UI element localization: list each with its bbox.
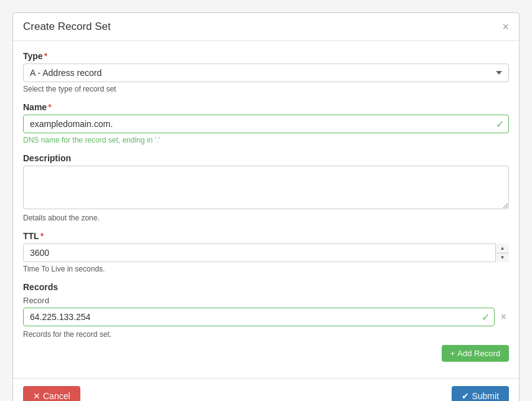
type-field: Type* A - Address record AAAA - IPv6 add… <box>23 51 509 93</box>
ttl-hint: Time To Live in seconds. <box>23 265 509 273</box>
ttl-decrement-button[interactable]: ▼ <box>496 253 509 263</box>
name-required-star: * <box>48 102 51 112</box>
cancel-label: Cancel <box>43 391 70 401</box>
close-button[interactable]: × <box>502 21 509 32</box>
ttl-input[interactable] <box>23 243 509 262</box>
description-hint: Details about the zone. <box>23 214 509 222</box>
name-valid-icon: ✓ <box>496 118 504 130</box>
description-field: Description Details about the zone. <box>23 153 509 222</box>
ttl-field: TTL* ▲ ▼ Time To Live in seconds. <box>23 231 509 273</box>
cancel-icon: ✕ <box>33 391 40 401</box>
records-hint: Records for the record set. <box>23 330 509 339</box>
ttl-spinners: ▲ ▼ <box>495 243 509 262</box>
submit-button[interactable]: ✔ Submit <box>452 386 509 401</box>
add-record-icon: + <box>450 349 455 358</box>
record-label: Record <box>23 296 509 305</box>
modal-body: Type* A - Address record AAAA - IPv6 add… <box>13 41 519 378</box>
name-label: Name* <box>23 102 509 112</box>
cancel-button[interactable]: ✕ Cancel <box>23 386 80 401</box>
record-valid-icon-0: ✓ <box>482 311 490 323</box>
add-record-label: Add Record <box>457 349 500 358</box>
submit-label: Submit <box>472 391 499 401</box>
record-remove-button-0[interactable]: × <box>498 311 509 323</box>
records-section: Records Record ✓ × Records for the recor… <box>23 282 509 362</box>
type-select[interactable]: A - Address record AAAA - IPv6 address r… <box>23 64 509 82</box>
description-textarea[interactable] <box>23 166 509 209</box>
records-section-title: Records <box>23 282 509 292</box>
type-required-star: * <box>44 51 47 61</box>
name-input[interactable] <box>23 115 509 133</box>
modal-title: Create Record Set <box>23 21 111 33</box>
name-field: Name* ✓ DNS name for the record set, end… <box>23 102 509 144</box>
modal-header: Create Record Set × <box>13 13 519 41</box>
name-input-wrapper: ✓ <box>23 115 509 133</box>
description-label: Description <box>23 153 509 163</box>
type-hint: Select the type of record set <box>23 85 509 93</box>
record-row-0: ✓ × <box>23 308 509 326</box>
submit-icon: ✔ <box>462 391 469 401</box>
record-input-wrapper-0: ✓ <box>23 308 495 326</box>
add-record-button[interactable]: + Add Record <box>442 345 509 362</box>
ttl-required-star: * <box>40 231 44 241</box>
type-label: Type* <box>23 51 509 61</box>
create-record-set-modal: Create Record Set × Type* A - Address re… <box>12 12 520 401</box>
ttl-increment-button[interactable]: ▲ <box>496 243 509 253</box>
ttl-label: TTL* <box>23 231 509 241</box>
record-input-0[interactable] <box>23 308 495 326</box>
name-hint: DNS name for the record set, ending in '… <box>23 136 509 144</box>
ttl-input-wrapper: ▲ ▼ <box>23 243 509 262</box>
modal-footer: ✕ Cancel ✔ Submit <box>13 378 519 401</box>
